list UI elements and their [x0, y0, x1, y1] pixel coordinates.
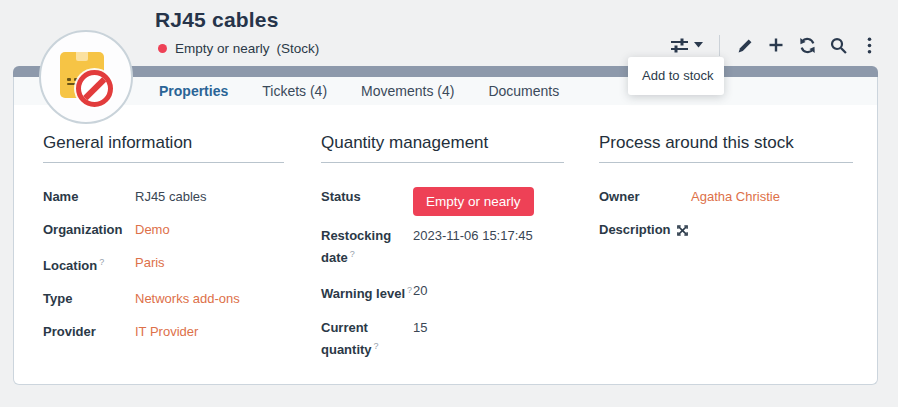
- field-value: RJ45 cables: [135, 187, 207, 206]
- expand-icon[interactable]: [677, 222, 688, 241]
- accent-bar: [13, 66, 878, 77]
- section-quantity-management: Quantity management Status Empty or near…: [321, 133, 564, 373]
- field-label: Restocking date?: [321, 226, 413, 267]
- field-label: Provider: [43, 322, 135, 341]
- menu-item-add-to-stock[interactable]: Add to stock: [628, 57, 724, 95]
- section-title: General information: [43, 133, 284, 163]
- kebab-menu-icon[interactable]: [860, 34, 878, 56]
- stock-detail-page: RJ45 cables Empty or nearly (Stock): [0, 0, 898, 407]
- page-title: RJ45 cables: [155, 8, 279, 32]
- search-icon[interactable]: [829, 34, 847, 56]
- field-label: Type: [43, 289, 135, 308]
- location-link[interactable]: Paris: [135, 253, 165, 275]
- help-icon: ?: [350, 249, 355, 259]
- field-location: Location? Paris: [43, 253, 284, 275]
- plus-icon[interactable]: [767, 34, 785, 56]
- section-title: Process around this stock: [599, 133, 853, 163]
- field-label: Description: [599, 220, 671, 239]
- no-entry-icon: [76, 70, 113, 107]
- stock-actions-menu: Add to stock: [628, 57, 724, 95]
- field-provider: Provider IT Provider: [43, 322, 284, 341]
- stock-detail-card: Properties Tickets (4) Movements (4) Doc…: [13, 77, 878, 385]
- section-general-information: General information Name RJ45 cables Org…: [43, 133, 284, 355]
- stock-item-avatar: [39, 30, 133, 124]
- field-label: Status: [321, 187, 413, 206]
- field-current-quantity: Current quantity? 15: [321, 318, 564, 359]
- package-icon: [60, 52, 104, 98]
- field-description: Description: [599, 220, 853, 239]
- status-badge: Empty or nearly: [413, 187, 534, 216]
- status-dot-icon: [158, 44, 167, 53]
- owner-link[interactable]: Agatha Christie: [691, 187, 780, 206]
- field-value: 2023-11-06 15:17:45: [413, 226, 533, 267]
- toolbar-divider: [719, 35, 720, 56]
- section-title: Quantity management: [321, 133, 564, 163]
- tab-movements[interactable]: Movements (4): [361, 83, 454, 99]
- tab-documents[interactable]: Documents: [488, 83, 559, 99]
- caret-down-icon: [694, 42, 703, 48]
- field-organization: Organization Demo: [43, 220, 284, 239]
- field-label: Warning level?: [321, 281, 413, 303]
- field-label: Name: [43, 187, 135, 206]
- field-label: Location?: [43, 253, 135, 275]
- status-context: (Stock): [277, 41, 320, 56]
- organization-link[interactable]: Demo: [135, 220, 170, 239]
- tab-tickets[interactable]: Tickets (4): [262, 83, 327, 99]
- field-owner: Owner Agatha Christie: [599, 187, 853, 206]
- status-text: Empty or nearly: [175, 41, 270, 56]
- field-value: 15: [413, 318, 427, 359]
- edit-pencil-icon[interactable]: [736, 34, 754, 56]
- type-link[interactable]: Networks add-ons: [135, 289, 240, 308]
- field-restocking-date: Restocking date? 2023-11-06 15:17:45: [321, 226, 564, 267]
- field-label: Owner: [599, 187, 691, 206]
- field-status: Status Empty or nearly: [321, 187, 564, 216]
- status-line: Empty or nearly (Stock): [158, 41, 319, 56]
- section-process-around-stock: Process around this stock Owner Agatha C…: [599, 133, 853, 253]
- toolbar: [670, 33, 878, 57]
- tab-properties[interactable]: Properties: [159, 83, 228, 99]
- help-icon: ?: [99, 257, 104, 267]
- sliders-icon[interactable]: [670, 34, 703, 56]
- properties-panel: General information Name RJ45 cables Org…: [14, 105, 877, 384]
- field-value: 20: [413, 281, 427, 303]
- help-icon: ?: [374, 341, 379, 351]
- field-label: Organization: [43, 220, 135, 239]
- field-warning-level: Warning level? 20: [321, 281, 564, 303]
- refresh-icon[interactable]: [798, 34, 816, 56]
- field-type: Type Networks add-ons: [43, 289, 284, 308]
- field-label: Current quantity?: [321, 318, 413, 359]
- tab-strip: Properties Tickets (4) Movements (4) Doc…: [14, 77, 877, 105]
- field-name: Name RJ45 cables: [43, 187, 284, 206]
- provider-link[interactable]: IT Provider: [135, 322, 198, 341]
- help-icon: ?: [407, 285, 412, 295]
